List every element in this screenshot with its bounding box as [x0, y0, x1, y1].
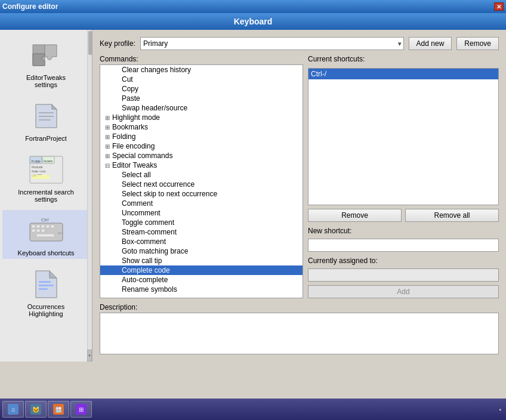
tree-toggle — [112, 209, 122, 217]
sidebar-label-fortran: FortranProject — [25, 135, 67, 142]
tree-item-label: File encoding — [112, 142, 155, 150]
tree-item-editor-tweaks[interactable]: ⊟ Editor Tweaks — [100, 160, 303, 170]
commands-label: Commands: — [100, 55, 303, 63]
svg-rect-20 — [41, 229, 45, 232]
tree-toggle — [112, 218, 122, 227]
tree-toggle — [112, 247, 122, 255]
tree-toggle — [112, 266, 122, 274]
new-shortcut-label: New shortcut: — [308, 227, 499, 235]
tree-toggle — [112, 171, 122, 179]
tree-item-swap-header[interactable]: Swap header/source — [100, 103, 303, 113]
tree-item-highlight-mode[interactable]: ⊞ Highlight mode — [100, 113, 303, 122]
sidebar-label-keyboard: Keyboard shortcuts — [18, 249, 75, 257]
tree-item-special-commands[interactable]: ⊞ Special commands — [100, 151, 303, 160]
taskbar-icon-1: ♫ — [8, 404, 18, 415]
tree-item-label: Select skip to next occurrence — [122, 190, 217, 198]
tree-item-toggle-comment[interactable]: Toggle comment — [100, 218, 303, 227]
taskbar-btn-2[interactable]: 🐱 — [25, 401, 47, 418]
description-box[interactable] — [100, 313, 499, 354]
sidebar-item-occurrences[interactable]: OccurrencesHighlighting — [2, 264, 90, 320]
sidebar-item-keyboard-shortcuts[interactable]: Ctrl ↩ Keyboard shortcuts — [2, 210, 90, 259]
new-shortcut-input[interactable] — [308, 239, 499, 252]
tree-item-select-next[interactable]: Select next occurrence — [100, 180, 303, 189]
sidebar-item-fortran-project[interactable]: FortranProject — [2, 95, 90, 144]
tree-item-bookmarks[interactable]: ⊞ Bookmarks — [100, 122, 303, 132]
tree-toggle — [112, 276, 122, 284]
svg-rect-15 — [41, 225, 45, 228]
tree-item-select-skip[interactable]: Select skip to next occurrence — [100, 189, 303, 199]
tree-item-label: Complete code — [122, 266, 170, 274]
tree-toggle: ⊞ — [103, 142, 112, 150]
sidebar: EditorTweakssettings FortranProject — [0, 30, 92, 362]
dialog-title: Keyboard — [234, 17, 273, 26]
svg-text:Increm: Increm — [44, 159, 53, 163]
description-area: Description: — [100, 303, 499, 354]
commands-list[interactable]: Clear changes history Cut — [100, 64, 303, 298]
svg-rect-25 — [39, 285, 54, 286]
close-button[interactable]: ✕ — [494, 2, 504, 11]
tree-item-goto-matching[interactable]: Goto matching brace — [100, 246, 303, 256]
tree-item-uncomment[interactable]: Uncomment — [100, 208, 303, 218]
taskbar-btn-4[interactable]: ⊞ — [70, 401, 92, 418]
tree-item-file-encoding[interactable]: ⊞ File encoding — [100, 141, 303, 151]
tree-item-label: Select next occurrence — [122, 180, 195, 189]
key-profile-row: Key profile: Primary ▼ Add new Remove — [100, 37, 499, 50]
remove-shortcut-button[interactable]: Remove — [308, 209, 402, 222]
tree-toggle — [112, 190, 122, 198]
key-profile-select[interactable]: Primary — [140, 37, 404, 50]
shortcuts-list[interactable]: Ctrl-/ — [308, 68, 499, 205]
tree-item-folding[interactable]: ⊞ Folding — [100, 132, 303, 141]
tree-item-paste[interactable]: Paste — [100, 94, 303, 103]
tree-toggle — [112, 94, 122, 103]
svg-text:#include: #include — [32, 165, 43, 169]
tree-item-comment[interactable]: Comment — [100, 199, 303, 208]
tree-item-label: Editor Tweaks — [112, 161, 157, 169]
svg-rect-21 — [36, 234, 54, 237]
tree-item-complete-code[interactable]: Complete code — [100, 265, 303, 275]
tree-item-label: Show call tip — [122, 257, 162, 265]
tree-item-label: Select all — [122, 171, 151, 179]
tree-item-box-comment[interactable]: Box-comment — [100, 237, 303, 246]
taskbar: ♫ 🐱 🪟 ⊞ ▪ — [0, 399, 506, 420]
tree-toggle — [112, 257, 122, 265]
sidebar-item-incremental-search[interactable]: h.cpp Increm #include #ude <con ude "**"… — [2, 149, 90, 205]
tree-toggle: ⊟ — [103, 161, 112, 169]
tree-item-label: Copy — [122, 85, 138, 93]
tree-item-show-call-tip[interactable]: Show call tip — [100, 256, 303, 265]
tree-toggle — [112, 104, 122, 112]
tree-toggle: ⊞ — [103, 132, 112, 141]
tree-item-auto-complete[interactable]: Auto-complete — [100, 275, 303, 285]
svg-rect-11 — [32, 175, 50, 179]
tree-item-select-all[interactable]: Select all — [100, 170, 303, 180]
tree-item-label: Cut — [122, 75, 133, 84]
tree-item-label: Highlight mode — [112, 113, 160, 122]
commands-inner[interactable]: Clear changes history Cut — [100, 65, 303, 298]
shortcuts-label: Current shortcuts: — [308, 55, 499, 63]
tree-item-stream-comment[interactable]: Stream-comment — [100, 227, 303, 237]
remove-profile-button[interactable]: Remove — [456, 37, 499, 50]
taskbar-time: ▪ — [499, 406, 501, 413]
tree-item-clear-changes[interactable]: Clear changes history — [100, 65, 303, 75]
remove-all-shortcuts-button[interactable]: Remove all — [405, 209, 499, 222]
sidebar-item-editor-tweaks[interactable]: EditorTweakssettings — [2, 35, 90, 91]
main-panel: Key profile: Primary ▼ Add new Remove Co… — [92, 30, 506, 362]
tree-toggle — [112, 75, 122, 84]
svg-text:Ctrl: Ctrl — [41, 217, 48, 223]
add-new-button[interactable]: Add new — [409, 37, 452, 50]
svg-rect-26 — [39, 288, 48, 290]
tree-item-copy[interactable]: Copy — [100, 84, 303, 94]
title-bar: Configure editor ✕ — [0, 0, 506, 13]
svg-text:↩: ↩ — [58, 230, 63, 236]
add-shortcut-button[interactable]: Add — [308, 285, 499, 298]
taskbar-btn-1[interactable]: ♫ — [2, 401, 24, 418]
shortcut-item-ctrl-slash[interactable]: Ctrl-/ — [308, 69, 498, 79]
taskbar-btn-3[interactable]: 🪟 — [48, 401, 69, 418]
tree-toggle — [112, 228, 122, 236]
tree-item-label: Auto-complete — [122, 276, 168, 284]
tree-toggle: ⊞ — [103, 123, 112, 131]
tree-item-label: Uncomment — [122, 209, 161, 217]
tree-item-cut[interactable]: Cut — [100, 75, 303, 84]
tree-item-rename-symbols[interactable]: Rename symbols — [100, 285, 303, 294]
commands-shortcuts-area: Commands: Clear changes history — [100, 55, 499, 298]
shortcut-value: Ctrl-/ — [311, 70, 326, 78]
